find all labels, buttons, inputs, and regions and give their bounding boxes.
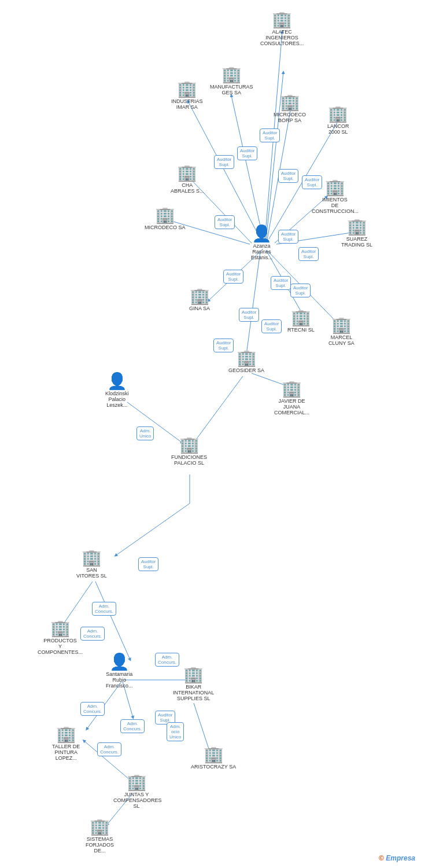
company-label: SUAREZTRADING SL xyxy=(341,236,372,248)
company-industrias[interactable]: 🏢 INDUSTRIASIMAR SA xyxy=(171,81,203,110)
company-label: MARCELCLUNY SA xyxy=(328,334,354,346)
person-klodzinski[interactable]: 👤 KlodzinskiPalacioLeszek... xyxy=(105,373,129,408)
company-label: TALLER DEPINTURALOPEZ... xyxy=(52,744,80,761)
building-icon: 🏢 xyxy=(221,67,242,83)
badge-auditor-4[interactable]: AuditorSupl. xyxy=(278,169,298,183)
company-marcel-cluny[interactable]: 🏢 MARCELCLUNY SA xyxy=(328,317,354,346)
company-alatec[interactable]: 🏢 ALATECINGENIEROSCONSULTORES... xyxy=(260,12,304,46)
company-bikar[interactable]: 🏢 BIKARINTERNATIONALSUPPLIES SL xyxy=(173,667,214,701)
person-azanza[interactable]: 👤 AzanzaRasinesEstanis... xyxy=(251,226,272,260)
building-icon: 🏢 xyxy=(90,819,110,835)
company-label: SANVITORES SL xyxy=(76,567,107,579)
company-rtecni[interactable]: 🏢 RTECNI SL xyxy=(287,310,315,333)
building-icon: 🏢 xyxy=(272,12,292,28)
badge-auditor-13[interactable]: AuditorSupl. xyxy=(261,319,282,333)
company-label: JUNTAS YCOMPENSADORES SL xyxy=(113,792,160,809)
svg-line-15 xyxy=(194,376,243,443)
badge-auditor-3[interactable]: AuditorSupl. xyxy=(260,128,280,142)
company-javier[interactable]: 🏢 JAVIER DEJUANACOMERCIAL... xyxy=(274,381,309,415)
building-icon: 🏢 xyxy=(82,550,102,566)
company-lancor[interactable]: 🏢 LANCOR2000 SL xyxy=(327,106,349,135)
building-icon: 🏢 xyxy=(56,726,76,742)
person-icon: 👤 xyxy=(107,373,127,389)
company-label: GINA SA xyxy=(189,306,210,311)
company-label: INDUSTRIASIMAR SA xyxy=(171,98,203,110)
badge-auditor-12[interactable]: AuditorSupl. xyxy=(239,308,259,322)
company-label: LANCOR2000 SL xyxy=(327,123,349,135)
building-icon: 🏢 xyxy=(183,667,204,683)
badge-adm-unico[interactable]: Adm.Unico xyxy=(136,426,154,440)
company-label: PRODUCTOSYCOMPONENTES... xyxy=(38,638,83,655)
person-label: SantamariaRubioFrancisco... xyxy=(106,671,133,689)
person-icon: 👤 xyxy=(109,654,130,670)
company-label: JAVIER DEJUANACOMERCIAL... xyxy=(274,398,309,415)
company-label: GEOSIDER SA xyxy=(228,367,264,373)
badge-adm-concurs-2[interactable]: Adm.Concurs. xyxy=(80,627,105,641)
company-juntas[interactable]: 🏢 JUNTAS YCOMPENSADORES SL xyxy=(113,774,160,809)
building-icon-red: 🏢 xyxy=(179,437,200,453)
badge-auditor-15[interactable]: AuditorSupl. xyxy=(138,557,158,571)
company-label: MANUFACTURASGES SA xyxy=(210,84,253,95)
company-label: SISTEMASFORJADOSDE... xyxy=(86,836,114,854)
logo-symbol: © xyxy=(379,854,384,862)
badge-auditor-8[interactable]: AuditorSupl. xyxy=(298,247,319,261)
badge-adm-concurs-6[interactable]: Adm.Concurs. xyxy=(97,742,121,756)
logo-brand: Empresa xyxy=(386,854,415,862)
company-label: MICRODECOBORP SA xyxy=(274,112,306,123)
badge-auditor-10[interactable]: AuditorSupl. xyxy=(271,276,291,290)
company-label: BIKARINTERNATIONALSUPPLIES SL xyxy=(173,684,214,701)
company-chabra[interactable]: 🏢 CHAABRALES S... xyxy=(171,165,204,194)
building-icon: 🏢 xyxy=(280,94,300,111)
app-logo: © Empresa xyxy=(379,854,415,862)
badge-auditor-14[interactable]: AuditorSupl. xyxy=(213,339,234,352)
company-fundiciones[interactable]: 🏢 FUNDICIONESPALACIO SL xyxy=(171,437,207,466)
badge-adm-concurs-4[interactable]: Adm.Concurs. xyxy=(80,702,105,716)
company-productos[interactable]: 🏢 PRODUCTOSYCOMPONENTES... xyxy=(38,620,83,655)
company-label: ALATECINGENIEROSCONSULTORES... xyxy=(260,29,304,46)
company-microdeco-sa[interactable]: 🏢 MICRODECO SA xyxy=(145,207,186,230)
company-microdeco-borp[interactable]: 🏢 MICRODECOBORP SA xyxy=(274,94,306,123)
company-label: FUNDICIONESPALACIO SL xyxy=(171,454,207,466)
building-icon: 🏢 xyxy=(50,620,71,637)
badge-adm-concurs-5[interactable]: Adm.Concurs. xyxy=(120,719,145,733)
company-sistemas[interactable]: 🏢 SISTEMASFORJADOSDE... xyxy=(86,819,114,854)
company-san-vitores[interactable]: 🏢 SANVITORES SL xyxy=(76,550,107,579)
company-manufacturas[interactable]: 🏢 MANUFACTURASGES SA xyxy=(210,67,253,95)
building-icon: 🏢 xyxy=(190,288,210,304)
building-icon: 🏢 xyxy=(177,165,197,181)
badge-auditor-1[interactable]: AuditorSupl. xyxy=(214,155,234,169)
person-label: AzanzaRasinesEstanis... xyxy=(251,243,272,260)
badge-auditor-9[interactable]: AuditorSupl. xyxy=(223,270,243,284)
building-icon: 🏢 xyxy=(347,219,367,235)
person-santamaria[interactable]: 👤 SantamariaRubioFrancisco... xyxy=(106,654,133,689)
person-icon: 👤 xyxy=(252,226,272,242)
badge-auditor-11[interactable]: AuditorSupl. xyxy=(290,284,311,297)
svg-line-1 xyxy=(231,95,263,239)
svg-line-18 xyxy=(116,503,190,556)
company-aristocrazy[interactable]: 🏢 ARISTOCRAZY SA xyxy=(191,746,236,770)
badge-adm-concurs-1[interactable]: Adm.Concurs. xyxy=(92,602,116,616)
badge-auditor-2[interactable]: AuditorSupl. xyxy=(237,146,257,160)
badge-auditor-6[interactable]: AuditorSupl. xyxy=(215,215,235,229)
company-label: MICRODECO SA xyxy=(145,225,186,230)
badge-auditor-7[interactable]: AuditorSupl. xyxy=(278,230,298,244)
company-label: IMIENTOSDECONSTRUCCION... xyxy=(312,197,358,214)
company-label: ARISTOCRAZY SA xyxy=(191,764,236,770)
building-icon: 🏢 xyxy=(291,310,311,326)
badge-auditor-5[interactable]: AuditorSupl. xyxy=(302,175,322,189)
building-icon: 🏢 xyxy=(328,106,348,122)
building-icon: 🏢 xyxy=(282,381,302,397)
building-icon: 🏢 xyxy=(204,746,224,763)
company-suarez[interactable]: 🏢 SUAREZTRADING SL xyxy=(341,219,372,248)
company-taller[interactable]: 🏢 TALLER DEPINTURALOPEZ... xyxy=(52,726,80,761)
company-gina[interactable]: 🏢 GINA SA xyxy=(189,288,210,311)
company-label: CHAABRALES S... xyxy=(171,182,204,194)
building-icon: 🏢 xyxy=(155,207,175,223)
svg-line-13 xyxy=(246,252,260,359)
badge-adm-concurs-3[interactable]: Adm.Concurs. xyxy=(155,653,179,667)
building-icon: 🏢 xyxy=(325,179,345,196)
building-icon: 🏢 xyxy=(127,774,147,790)
svg-line-19 xyxy=(95,582,130,660)
badge-adm-ocio-unico[interactable]: Adm.ocioUnico xyxy=(167,722,184,741)
company-geosider[interactable]: 🏢 GEOSIDER SA xyxy=(228,350,264,373)
